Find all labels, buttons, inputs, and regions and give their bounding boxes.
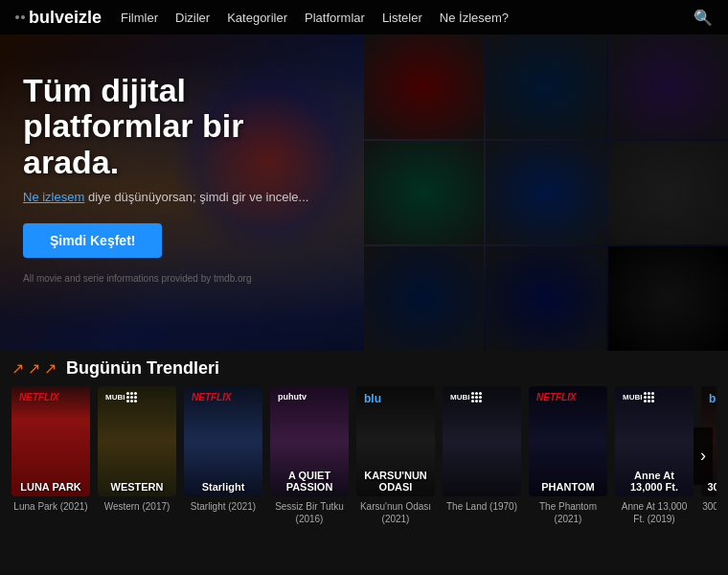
arrow-up-2: ↗: [28, 359, 40, 378]
movie-item[interactable]: NETFLIX LUNA PARK Luna Park (2021): [11, 386, 90, 525]
platform-cell-mubi[interactable]: MUBI: [608, 141, 728, 245]
hero-credit: All movie and serie informations provide…: [23, 273, 345, 284]
platform-bg-gain: [608, 246, 728, 351]
trends-section: ↗ ↗ ↗ Bugünün Trendleri NETFLIX LUNA PAR…: [0, 351, 728, 525]
movie-item[interactable]: NETFLIX Starlight Starlight (2021): [184, 386, 262, 525]
hero-subtitle: Ne izlesem diye düşünüyorsan; şimdi gir …: [23, 190, 345, 204]
nav-link-listeler[interactable]: Listeler: [382, 11, 422, 25]
movie-title: Anne At 13,000 Ft. (2019): [615, 500, 694, 525]
logo-dots: [15, 15, 25, 19]
ne-izlesem-link[interactable]: Ne izlesem: [23, 190, 84, 204]
movie-title-overlay: PHANTOM: [529, 481, 607, 493]
movie-poster: puhutv A QUIET PASSION: [270, 386, 349, 496]
movie-item[interactable]: MUBI WESTERN Western (2017): [98, 386, 176, 525]
movie-item[interactable]: NETFLIX PHANTOM The Phantom (2021): [529, 386, 607, 525]
movie-title-overlay: 3000 NIGHTS: [701, 481, 717, 493]
trends-title: Bugünün Trendleri: [66, 358, 219, 379]
movie-title: 3000 Nocy (2015): [701, 500, 717, 513]
movie-title: Luna Park (2021): [11, 500, 90, 513]
nav-links: FilmlerDizilerKategorilerPlatformlarList…: [121, 11, 694, 25]
movie-title-overlay: A QUIET PASSION: [270, 470, 349, 493]
movie-title-overlay: KARSU'NUN ODASI: [356, 470, 435, 493]
arrow-up-3: ↗: [44, 359, 57, 378]
movie-poster: blu KARSU'NUN ODASI: [356, 386, 435, 496]
movie-title-overlay: WESTERN: [98, 481, 176, 493]
badge-mubi: MUBI: [102, 390, 141, 404]
platform-bg-puhu: [486, 141, 605, 245]
badge-netflix: NETFLIX: [188, 390, 236, 404]
platform-bg-filmbox: [364, 246, 484, 351]
platform-bg-prime: [486, 34, 605, 139]
logo-text: bulveizle: [29, 8, 102, 28]
platform-cell-filmbox[interactable]: FILMBOX: [364, 246, 484, 351]
site-logo[interactable]: bulveizle: [15, 8, 102, 28]
movies-row: NETFLIX LUNA PARK Luna Park (2021) MUBI …: [11, 386, 717, 525]
movie-title: Sessiz Bir Tutku (2016): [270, 500, 349, 525]
platform-cell-prime[interactable]: primevideo: [486, 34, 605, 139]
platform-cell-exxen[interactable]: EXXEN: [608, 34, 728, 139]
hero-subtitle-rest: diye düşünüyorsan; şimdi gir ve incele..…: [88, 190, 309, 204]
arrow-up-1: ↗: [11, 359, 24, 378]
next-arrow[interactable]: ›: [694, 427, 713, 485]
movie-poster: NETFLIX Starlight: [184, 386, 262, 496]
platform-cell-gain[interactable]: GAIN: [608, 246, 728, 351]
nav-link-neizlesem[interactable]: Ne İzlesem?: [440, 11, 509, 25]
platform-cell-puhu[interactable]: puhutv: [486, 141, 605, 245]
platform-bg-mubi: [608, 141, 728, 245]
nav-link-kategoriler[interactable]: Kategoriler: [227, 11, 287, 25]
hero-section: Tüm dijital platformlar bir arada. Ne iz…: [0, 34, 728, 351]
platform-cell-blu[interactable]: blu: [486, 246, 605, 351]
badge-mubi: MUBI: [619, 390, 658, 404]
movie-poster: NETFLIX PHANTOM: [529, 386, 607, 496]
badge-netflix: NETFLIX: [15, 390, 63, 404]
movie-title-overlay: Anne At 13,000 Ft.: [615, 470, 694, 493]
movie-title: The Phantom (2021): [529, 500, 607, 525]
badge-blu: blu: [705, 390, 717, 407]
discover-button[interactable]: Şimdi Keşfet!: [23, 223, 162, 258]
platform-bg-blu: [486, 246, 605, 351]
movie-poster: NETFLIX LUNA PARK: [11, 386, 90, 496]
platform-bg-netflix: [364, 34, 484, 139]
hero-title: Tüm dijital platformlar bir arada.: [23, 73, 345, 180]
trend-arrows: ↗ ↗ ↗: [11, 359, 57, 378]
platform-cell-beyn[interactable]: beyn: [364, 141, 484, 245]
navbar: bulveizle FilmlerDizilerKategorilerPlatf…: [0, 0, 728, 34]
hero-content: Tüm dijital platformlar bir arada. Ne iz…: [0, 34, 364, 351]
movie-poster: MUBI: [443, 386, 521, 496]
platform-bg-beyn: [364, 141, 484, 245]
badge-puhu: puhutv: [274, 390, 310, 403]
movie-title-overlay: LUNA PARK: [11, 481, 90, 493]
nav-link-diziler[interactable]: Diziler: [175, 11, 210, 25]
platform-cell-netflix[interactable]: NETFLIX: [364, 34, 484, 139]
movie-item[interactable]: MUBI Anne At 13,000 Ft. Anne At 13,000 F…: [615, 386, 694, 525]
platforms-grid: NETFLIXprimevideoEXXENbeynpuhutvMUBI FIL…: [364, 34, 728, 351]
movie-title: Western (2017): [98, 500, 176, 513]
trends-header: ↗ ↗ ↗ Bugünün Trendleri: [11, 358, 717, 379]
badge-mubi: MUBI: [446, 390, 486, 404]
movie-poster: MUBI Anne At 13,000 Ft.: [615, 386, 694, 496]
movie-title-overlay: Starlight: [184, 481, 262, 493]
movie-title: Starlight (2021): [184, 500, 262, 513]
movie-item[interactable]: puhutv A QUIET PASSION Sessiz Bir Tutku …: [270, 386, 349, 525]
movie-title: Karsu'nun Odası (2021): [356, 500, 435, 525]
movies-wrapper: NETFLIX LUNA PARK Luna Park (2021) MUBI …: [11, 386, 717, 525]
badge-netflix: NETFLIX: [533, 390, 580, 404]
badge-blu: blu: [360, 390, 385, 407]
nav-link-platformlar[interactable]: Platformlar: [305, 11, 365, 25]
nav-link-filmler[interactable]: Filmler: [121, 11, 158, 25]
platform-bg-exxen: [608, 34, 728, 139]
movie-item[interactable]: MUBI The Land (1970): [443, 386, 521, 525]
movie-poster: MUBI WESTERN: [98, 386, 176, 496]
movie-title: The Land (1970): [443, 500, 521, 513]
movie-item[interactable]: blu KARSU'NUN ODASI Karsu'nun Odası (202…: [356, 386, 435, 525]
search-icon[interactable]: 🔍: [694, 9, 713, 27]
